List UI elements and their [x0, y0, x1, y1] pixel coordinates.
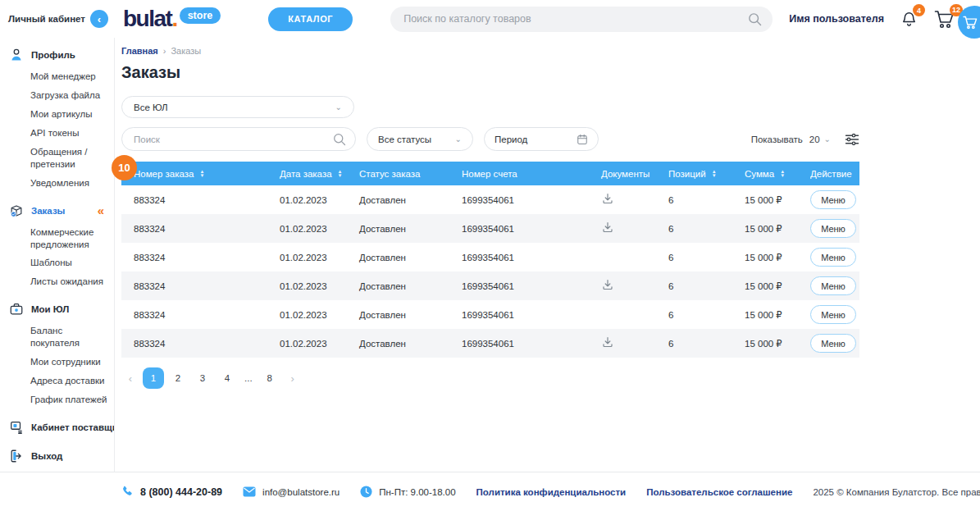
pagination-next-button[interactable]: › — [284, 367, 302, 389]
row-menu-button[interactable]: Меню — [810, 334, 856, 353]
sort-icon[interactable]: ▲▼ — [780, 170, 785, 178]
column-header[interactable]: Номер заказа▲▼ — [121, 169, 267, 179]
footer-email[interactable]: info@bulatstore.ru — [243, 486, 340, 497]
order-status-cell: Доставлен — [347, 281, 449, 291]
catalog-button[interactable]: КАТАЛОГ — [268, 7, 353, 31]
page-size-value[interactable]: 20 — [809, 135, 820, 144]
filter-settings-button[interactable] — [845, 133, 859, 146]
filters-row: Все статусы ⌄ Период Показывать 20 ⌄ — [121, 127, 859, 151]
notifications-button[interactable]: 4 — [900, 10, 918, 28]
clock-icon — [360, 486, 372, 498]
entity-filter-select[interactable]: Все ЮЛ ⌄ — [121, 96, 354, 118]
sidebar-item[interactable]: Шаблоны — [30, 253, 109, 272]
row-menu-button[interactable]: Меню — [810, 219, 856, 238]
sidebar-item[interactable]: Адреса доставки — [30, 372, 109, 390]
sidebar-nav: ПрофильМой менеджерЗагрузка файлаМои арт… — [0, 44, 114, 467]
sidebar-item[interactable]: Загрузка файла — [30, 86, 109, 105]
download-document-button[interactable] — [601, 221, 614, 236]
amount-cell: 15 000 ₽ — [732, 338, 810, 349]
column-header: Действие — [810, 169, 859, 179]
logo[interactable]: bulat. store — [123, 7, 221, 30]
column-header[interactable]: Сумма▲▼ — [732, 169, 810, 179]
download-document-button[interactable] — [601, 278, 614, 294]
collapse-section-icon[interactable]: « — [98, 203, 111, 217]
sidebar-section-Заказы[interactable]: Заказы« — [0, 200, 114, 221]
row-menu-button[interactable]: Меню — [810, 190, 856, 209]
pagination-ellipsis: ... — [241, 373, 256, 383]
invoice-number-cell: 1699354061 — [449, 224, 589, 234]
sidebar-item[interactable]: График платежей — [30, 390, 109, 409]
order-number-cell: 883324 — [121, 224, 267, 234]
download-document-button[interactable] — [601, 192, 614, 208]
row-menu-button[interactable]: Меню — [810, 248, 856, 267]
column-header[interactable]: Дата заказа▲▼ — [267, 169, 347, 179]
catalog-search-input[interactable] — [403, 13, 747, 25]
sort-icon[interactable]: ▲▼ — [338, 170, 343, 178]
user-agreement-link[interactable]: Пользовательское соглашение — [646, 487, 792, 497]
chevron-down-icon: ⌄ — [824, 135, 831, 144]
download-document-button[interactable] — [601, 335, 614, 351]
pagination-page-4[interactable]: 4 — [217, 367, 238, 389]
download-icon — [601, 335, 614, 351]
pagination-page-8[interactable]: 8 — [259, 367, 280, 389]
sort-icon[interactable]: ▲▼ — [712, 170, 717, 178]
floating-cart-button[interactable] — [958, 6, 980, 39]
invoice-number-cell: 1699354061 — [449, 281, 589, 291]
action-cell: Меню — [810, 305, 859, 324]
footer-email-text: info@bulatstore.ru — [262, 487, 340, 497]
row-menu-button[interactable]: Меню — [810, 276, 856, 295]
sidebar-item[interactable]: Уведомления — [30, 174, 109, 193]
sidebar-item[interactable]: Коммерческие предложения — [30, 223, 109, 254]
page-size-control[interactable]: Показывать 20 ⌄ — [751, 135, 831, 144]
invoice-number-cell: 1699354061 — [449, 195, 589, 205]
sidebar-item[interactable]: API токены — [30, 124, 109, 143]
pagination-page-1[interactable]: 1 — [143, 367, 164, 389]
sidebar-item[interactable]: Обращения / претензии — [30, 143, 109, 174]
order-status-cell: Доставлен — [347, 310, 449, 320]
pagination-prev-button[interactable]: ‹ — [121, 367, 139, 389]
search-icon[interactable] — [332, 132, 347, 147]
amount-cell: 15 000 ₽ — [732, 281, 810, 292]
table-row: 88332401.02.2023Доставлен1699354061615 0… — [121, 271, 859, 300]
row-menu-button[interactable]: Меню — [810, 305, 856, 324]
order-date-cell: 01.02.2023 — [267, 224, 347, 234]
column-header[interactable]: Позиций▲▼ — [656, 169, 732, 179]
cart-button[interactable]: 12 — [934, 10, 955, 29]
column-header: Статус заказа — [347, 169, 449, 179]
sidebar-section-label: Выход — [31, 451, 62, 461]
supplier-icon — [9, 420, 24, 435]
order-number-cell: 883324 — [121, 339, 267, 349]
sidebar-item[interactable]: Мой менеджер — [30, 67, 109, 86]
sidebar-section-Мои ЮЛ[interactable]: Мои ЮЛ — [0, 299, 114, 320]
amount-cell: 15 000 ₽ — [732, 194, 810, 206]
sidebar-item[interactable]: Баланс покупателя — [30, 322, 109, 353]
amount-cell: 15 000 ₽ — [732, 252, 810, 263]
sidebar-section-Кабинет поставщика[interactable]: Кабинет поставщика — [0, 417, 114, 438]
sidebar-item[interactable]: Мои сотрудники — [30, 353, 109, 372]
collapse-panel-button[interactable]: ‹ — [90, 10, 108, 28]
order-date-cell: 01.02.2023 — [267, 339, 347, 349]
sidebar-section-Выход[interactable]: Выход — [0, 445, 114, 467]
pagination-page-3[interactable]: 3 — [192, 367, 213, 389]
sidebar-section-Профиль[interactable]: Профиль — [0, 44, 114, 66]
orders-search[interactable] — [121, 127, 356, 151]
orders-count-badge: 10 — [112, 155, 137, 180]
search-icon[interactable] — [747, 11, 763, 27]
breadcrumb-home[interactable]: Главная — [121, 46, 158, 56]
column-header-label: Действие — [810, 169, 852, 179]
column-header-label: Документы — [601, 169, 650, 179]
sort-icon[interactable]: ▲▼ — [199, 170, 204, 178]
status-filter-select[interactable]: Все статусы ⌄ — [367, 127, 473, 151]
catalog-search[interactable] — [390, 7, 773, 32]
period-filter[interactable]: Период — [484, 127, 599, 151]
orders-search-input[interactable] — [134, 135, 332, 144]
table-row: 88332401.02.2023Доставлен1699354061615 0… — [121, 214, 859, 243]
sidebar-item[interactable]: Мои артикулы — [30, 105, 109, 124]
privacy-policy-link[interactable]: Политика конфиденциальности — [476, 487, 627, 497]
pagination-page-2[interactable]: 2 — [167, 367, 189, 389]
sidebar-item[interactable]: Листы ожидания — [30, 272, 109, 291]
username[interactable]: Имя пользователя — [789, 13, 884, 25]
footer-phone[interactable]: 8 (800) 444-20-89 — [121, 486, 222, 498]
positions-cell: 6 — [656, 224, 732, 234]
notifications-badge: 4 — [913, 4, 925, 16]
